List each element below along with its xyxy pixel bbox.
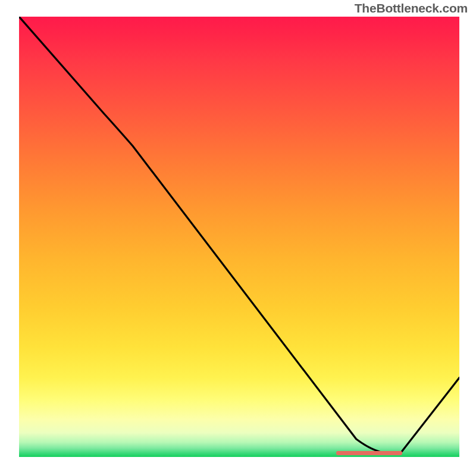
chart-curve-path: [19, 17, 459, 454]
chart-gradient-area: [19, 17, 459, 457]
chart-trough-marker: [336, 451, 402, 455]
chart-curve-svg: [19, 17, 459, 457]
attribution-text: TheBottleneck.com: [355, 1, 468, 15]
